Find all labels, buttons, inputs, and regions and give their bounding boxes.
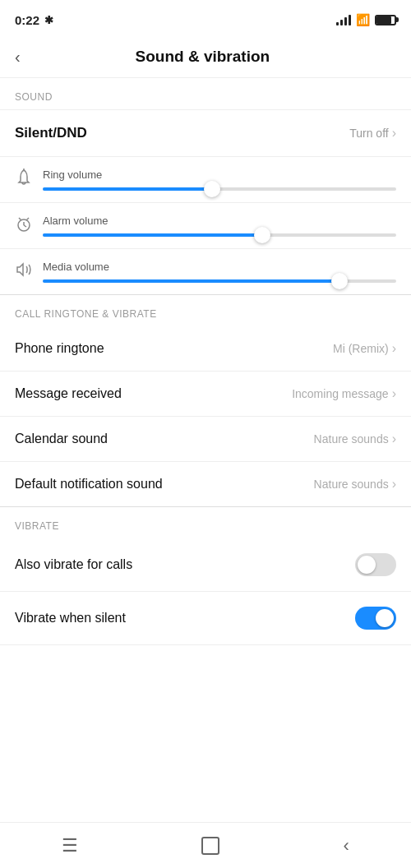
ring-volume-thumb[interactable] (204, 181, 220, 197)
silent-dnd-action: Turn off (349, 127, 388, 140)
also-vibrate-toggle[interactable] (355, 553, 396, 576)
chevron-icon: › (392, 341, 396, 356)
silent-dnd-label: Silent/DND (15, 125, 87, 141)
ring-volume-slider[interactable] (43, 187, 396, 191)
back-button[interactable]: ‹ (15, 48, 29, 65)
media-volume-slider[interactable] (43, 279, 396, 283)
default-notification-right: Nature sounds › (314, 477, 396, 492)
ring-volume-content: Ring volume (43, 169, 396, 191)
status-bar: 0:22 ✱ 📶 (0, 0, 411, 36)
status-time: 0:22 (15, 13, 39, 27)
alarm-volume-thumb[interactable] (254, 227, 270, 243)
bottom-nav: ☰ ‹ (0, 822, 411, 868)
ringtone-section-label: CALL RINGTONE & VIBRATE (0, 295, 411, 326)
svg-line-4 (19, 218, 21, 220)
battery-icon (375, 15, 396, 25)
also-vibrate-label: Also vibrate for calls (15, 557, 132, 572)
ring-volume-row: Ring volume (0, 157, 411, 203)
phone-ringtone-label: Phone ringtone (15, 341, 104, 356)
content-area: SOUND Silent/DND Turn off › Ring volume (0, 78, 411, 691)
silent-dnd-row[interactable]: Silent/DND Turn off › (0, 109, 411, 157)
page-header: ‹ Sound & vibration (0, 36, 411, 78)
page-title: Sound & vibration (29, 48, 396, 66)
ring-volume-fill (43, 187, 212, 191)
default-notification-row[interactable]: Default notification sound Nature sounds… (0, 462, 411, 507)
message-received-row[interactable]: Message received Incoming message › (0, 372, 411, 417)
media-volume-fill (43, 279, 339, 283)
vibrate-section-label: VIBRATE (0, 507, 411, 538)
also-vibrate-row[interactable]: Also vibrate for calls (0, 538, 411, 592)
signal-icon (336, 14, 351, 25)
also-vibrate-knob (358, 556, 376, 574)
phone-ringtone-right: Mi (Remix) › (333, 341, 396, 356)
back-nav-button[interactable]: ‹ (344, 835, 349, 856)
wifi-icon: 📶 (356, 13, 370, 26)
default-notification-label: Default notification sound (15, 477, 163, 492)
default-notification-value: Nature sounds (314, 478, 389, 491)
alarm-volume-slider[interactable] (43, 233, 396, 237)
silent-dnd-right: Turn off › (349, 126, 396, 141)
svg-line-5 (27, 218, 30, 220)
vibrate-silent-knob (376, 609, 394, 627)
media-volume-content: Media volume (43, 261, 396, 283)
svg-line-3 (24, 225, 26, 227)
phone-ringtone-value: Mi (Remix) (333, 342, 389, 355)
menu-button[interactable]: ☰ (62, 835, 78, 856)
chevron-icon: › (392, 126, 396, 141)
media-volume-label: Media volume (43, 261, 396, 273)
chevron-icon: › (392, 477, 396, 492)
chevron-icon: › (392, 432, 396, 446)
alarm-volume-label: Alarm volume (43, 215, 396, 227)
ring-icon (15, 169, 33, 191)
sound-section-label: SOUND (0, 78, 411, 109)
media-icon (15, 261, 33, 283)
vibrate-silent-row[interactable]: Vibrate when silent (0, 592, 411, 645)
alarm-icon (15, 215, 33, 237)
vibrate-silent-toggle[interactable] (355, 607, 396, 630)
message-received-right: Incoming message › (292, 386, 396, 401)
calendar-sound-row[interactable]: Calendar sound Nature sounds › (0, 417, 411, 462)
calendar-sound-right: Nature sounds › (314, 432, 396, 446)
chevron-icon: › (392, 386, 396, 401)
status-icons: 📶 (336, 13, 396, 26)
ring-volume-label: Ring volume (43, 169, 396, 181)
media-volume-row: Media volume (0, 249, 411, 295)
bluetooth-icon: ✱ (44, 14, 53, 26)
calendar-sound-value: Nature sounds (314, 432, 389, 446)
vibrate-silent-label: Vibrate when silent (15, 611, 126, 626)
message-received-label: Message received (15, 386, 122, 401)
message-received-value: Incoming message (292, 387, 389, 400)
alarm-volume-row: Alarm volume (0, 203, 411, 249)
home-button[interactable] (201, 837, 219, 855)
media-volume-thumb[interactable] (331, 273, 348, 289)
alarm-volume-fill (43, 233, 262, 237)
alarm-volume-content: Alarm volume (43, 215, 396, 237)
calendar-sound-label: Calendar sound (15, 432, 108, 446)
phone-ringtone-row[interactable]: Phone ringtone Mi (Remix) › (0, 326, 411, 372)
